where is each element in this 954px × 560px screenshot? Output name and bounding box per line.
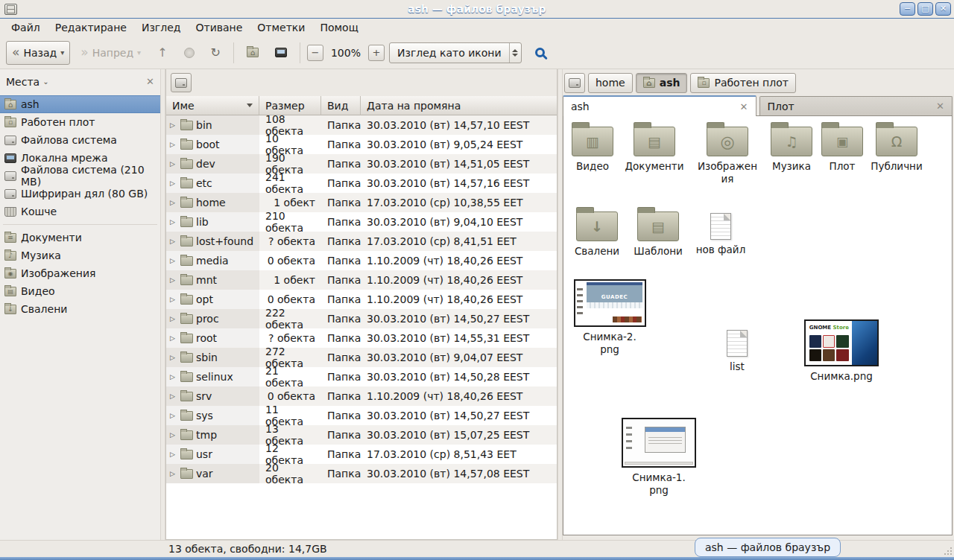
expander-icon[interactable]: ▷ bbox=[170, 276, 177, 284]
zoom-out-button[interactable]: − bbox=[307, 45, 323, 61]
titlebar[interactable]: ash — файлов браузър ─ □ ✕ bbox=[0, 0, 954, 19]
icon-item-list[interactable]: list bbox=[705, 330, 769, 373]
column-header-date[interactable]: Дата на промяна bbox=[361, 96, 557, 115]
minimize-button[interactable]: ─ bbox=[900, 2, 915, 16]
menu-item[interactable]: Изглед bbox=[135, 20, 188, 35]
maximize-button[interactable]: □ bbox=[917, 2, 933, 16]
pane-splitter[interactable] bbox=[160, 69, 165, 540]
menu-item[interactable]: Редактиране bbox=[48, 20, 133, 35]
expander-icon[interactable]: ▷ bbox=[170, 296, 177, 303]
expander-icon[interactable]: ▷ bbox=[170, 392, 177, 400]
icon-item-new-file[interactable]: нов файл bbox=[689, 213, 753, 256]
icon-item-public[interactable]: Публични bbox=[865, 127, 929, 173]
path-button-ash[interactable]: ash bbox=[636, 73, 688, 93]
forward-button[interactable]: » Напред ▾ bbox=[75, 41, 147, 65]
search-button[interactable] bbox=[526, 41, 554, 65]
table-row[interactable]: ▷ proc 222 обекта Папка 30.03.2010 (вт) … bbox=[166, 309, 557, 328]
table-row[interactable]: ▷ sbin 272 обекта Папка 30.03.2010 (вт) … bbox=[166, 348, 557, 367]
expander-icon[interactable]: ▷ bbox=[170, 160, 177, 168]
column-header-name[interactable]: Име bbox=[166, 96, 259, 115]
taskbar-window-button[interactable]: ash — файлов браузър bbox=[695, 538, 841, 557]
menu-item[interactable]: Отметки bbox=[250, 20, 312, 35]
expander-icon[interactable]: ▷ bbox=[170, 373, 177, 381]
icon-item-videos[interactable]: Видео bbox=[563, 127, 625, 173]
column-header-type[interactable]: Вид bbox=[321, 96, 361, 115]
table-row[interactable]: ▷ var 20 обекта Папка 30.03.2010 (вт) 14… bbox=[166, 464, 557, 483]
reload-button[interactable]: ↻ bbox=[205, 41, 227, 65]
expander-icon[interactable]: ▷ bbox=[170, 412, 177, 419]
table-row[interactable]: ▷ lib 210 обекта Папка 30.03.2010 (вт) 9… bbox=[166, 212, 557, 232]
close-button[interactable]: ✕ bbox=[935, 2, 951, 16]
zoom-in-button[interactable]: + bbox=[368, 45, 385, 61]
icon-item-templates[interactable]: Шаблони bbox=[626, 211, 690, 258]
expander-icon[interactable]: ▷ bbox=[170, 334, 177, 342]
menu-item[interactable]: Помощ bbox=[313, 20, 364, 35]
expander-icon[interactable]: ▷ bbox=[170, 121, 177, 129]
expander-icon[interactable]: ▷ bbox=[170, 179, 177, 187]
table-row[interactable]: ▷ etc 241 обекта Папка 30.03.2010 (вт) 1… bbox=[166, 174, 557, 193]
table-row[interactable]: ▷ srv 0 обекта Папка 1.10.2009 (чт) 18,4… bbox=[166, 386, 557, 406]
tab-plot[interactable]: Плот ✕ bbox=[759, 96, 953, 115]
sidebar-item-filesystem[interactable]: Файлова система bbox=[0, 131, 160, 149]
expander-icon[interactable]: ▷ bbox=[170, 199, 177, 206]
sidebar-item-documents[interactable]: Документи bbox=[0, 229, 160, 246]
icon-view-canvas[interactable]: Видео Документи Изображен ия Музика Плот… bbox=[563, 115, 953, 535]
expander-icon[interactable]: ▷ bbox=[170, 470, 177, 477]
icon-item-downloads[interactable]: Свалени bbox=[565, 211, 629, 258]
expander-icon[interactable]: ▷ bbox=[170, 431, 177, 439]
menu-item[interactable]: Файл bbox=[4, 20, 47, 35]
path-button-home[interactable]: home bbox=[588, 73, 633, 93]
sidebar-mode-select[interactable]: Места ⌄ bbox=[6, 76, 49, 88]
sidebar-item-desktop[interactable]: Работен плот bbox=[0, 113, 160, 131]
sidebar-item-filesystem-210mb[interactable]: Файлова система (210 MB) bbox=[0, 167, 160, 185]
tab-ash[interactable]: ash ✕ bbox=[563, 95, 756, 116]
icon-item-pictures[interactable]: Изображен ия bbox=[695, 127, 759, 185]
table-row[interactable]: ▷ sys 11 обекта Папка 30.03.2010 (вт) 14… bbox=[166, 406, 557, 425]
sidebar-item-downloads[interactable]: Свалени bbox=[0, 300, 160, 318]
tab-close-icon[interactable]: ✕ bbox=[936, 101, 944, 112]
table-row[interactable]: ▷ opt 0 обекта Папка 1.10.2009 (чт) 18,4… bbox=[166, 290, 557, 309]
expander-icon[interactable]: ▷ bbox=[170, 451, 177, 458]
icon-item-snimka1[interactable]: Снимка-1. png bbox=[621, 418, 697, 497]
table-row[interactable]: ▷ bin 108 обекта Папка 30.03.2010 (вт) 1… bbox=[166, 115, 557, 135]
computer-button[interactable] bbox=[269, 41, 293, 65]
pane-splitter[interactable] bbox=[557, 69, 563, 540]
home-button[interactable] bbox=[241, 41, 265, 65]
expander-icon[interactable]: ▷ bbox=[170, 315, 177, 322]
root-drive-button[interactable] bbox=[171, 73, 192, 92]
sidebar-item-music[interactable]: Музика bbox=[0, 246, 160, 264]
sidebar-item-videos[interactable]: Видео bbox=[0, 282, 160, 300]
column-header-size[interactable]: Размер bbox=[259, 96, 321, 115]
up-button[interactable]: ↑ bbox=[151, 41, 173, 65]
expander-icon[interactable]: ▷ bbox=[170, 141, 177, 148]
icon-item-documents[interactable]: Документи bbox=[622, 127, 686, 173]
resize-grip[interactable] bbox=[943, 546, 953, 556]
table-row[interactable]: ▷ lost+found ? обекта Папка 17.03.2010 (… bbox=[166, 232, 557, 251]
expander-icon[interactable]: ▷ bbox=[170, 354, 177, 361]
stop-button[interactable] bbox=[178, 41, 200, 65]
table-row[interactable]: ▷ tmp 13 обекта Папка 30.03.2010 (вт) 15… bbox=[166, 425, 557, 445]
tab-close-icon[interactable]: ✕ bbox=[740, 101, 748, 112]
menu-item[interactable]: Отиване bbox=[189, 20, 249, 35]
back-button[interactable]: « Назад ▾ bbox=[6, 41, 70, 65]
table-row[interactable]: ▷ media 0 обекта Папка 1.10.2009 (чт) 18… bbox=[166, 251, 557, 270]
expander-icon[interactable]: ▷ bbox=[170, 238, 177, 245]
chevron-down-icon[interactable]: ▾ bbox=[60, 48, 64, 57]
path-root-button[interactable] bbox=[564, 73, 585, 93]
icon-item-snimka[interactable]: GNOME Store Снимка.png bbox=[803, 319, 879, 383]
expander-icon[interactable]: ▷ bbox=[170, 218, 177, 226]
table-row[interactable]: ▷ root ? обекта Папка 30.03.2010 (вт) 14… bbox=[166, 328, 557, 348]
table-row[interactable]: ▷ dev 190 обекта Папка 30.03.2010 (вт) 1… bbox=[166, 154, 557, 174]
path-button-desktop[interactable]: Работен плот bbox=[690, 73, 795, 93]
sidebar-item-pictures[interactable]: Изображения bbox=[0, 264, 160, 282]
view-mode-select[interactable]: Изглед като икони bbox=[389, 42, 522, 63]
expander-icon[interactable]: ▷ bbox=[170, 257, 177, 264]
table-row[interactable]: ▷ mnt 1 обект Папка 1.10.2009 (чт) 18,40… bbox=[166, 270, 557, 290]
table-row[interactable]: ▷ home 1 обект Папка 17.03.2010 (ср) 10,… bbox=[166, 193, 557, 212]
icon-item-snimka2[interactable]: GUADEC Снимка-2. png bbox=[572, 279, 647, 356]
table-row[interactable]: ▷ boot 10 обекта Папка 30.03.2010 (вт) 9… bbox=[166, 135, 557, 154]
sidebar-close-icon[interactable]: ✕ bbox=[146, 76, 154, 87]
table-row[interactable]: ▷ usr 12 обекта Папка 17.03.2010 (ср) 8,… bbox=[166, 445, 557, 464]
sidebar-item-trash[interactable]: Кошче bbox=[0, 203, 160, 220]
sidebar-item-encrypted-80gb[interactable]: Шифриран дял (80 GB) bbox=[0, 185, 160, 203]
